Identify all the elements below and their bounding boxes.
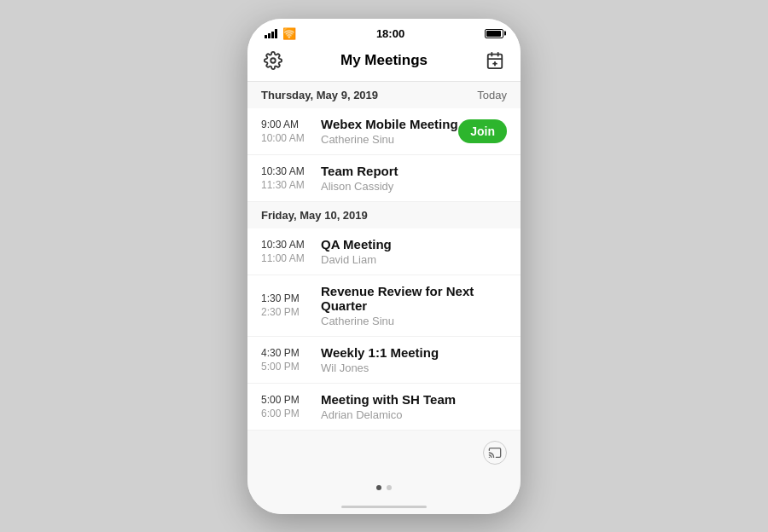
meeting-end-time: 11:00 AM bbox=[261, 252, 321, 264]
phone-frame: 🛜 18:00 My Meetings bbox=[247, 19, 521, 514]
settings-button[interactable] bbox=[261, 49, 285, 72]
meeting-times: 9:00 AM 10:00 AM bbox=[261, 119, 321, 144]
meeting-title: QA Meeting bbox=[321, 237, 507, 252]
meeting-times: 5:00 PM 6:00 PM bbox=[261, 394, 321, 419]
today-label: Today bbox=[477, 89, 507, 101]
meeting-start-time: 5:00 PM bbox=[261, 394, 321, 406]
svg-rect-1 bbox=[488, 54, 503, 67]
join-button[interactable]: Join bbox=[458, 119, 507, 143]
meeting-info: QA Meeting David Liam bbox=[321, 237, 507, 266]
signal-icon bbox=[265, 28, 277, 38]
meeting-start-time: 4:30 PM bbox=[261, 347, 321, 359]
meeting-title: Revenue Review for Next Quarter bbox=[321, 284, 507, 313]
meeting-row[interactable]: 9:00 AM 10:00 AM Webex Mobile Meeting Ca… bbox=[247, 108, 521, 155]
add-meeting-button[interactable] bbox=[483, 49, 507, 72]
status-time: 18:00 bbox=[376, 27, 404, 40]
meeting-title: Meeting with SH Team bbox=[321, 392, 507, 407]
meeting-info: Weekly 1:1 Meeting Wil Jones bbox=[321, 345, 507, 374]
meeting-end-time: 6:00 PM bbox=[261, 408, 321, 419]
meeting-info: Team Report Alison Cassidy bbox=[321, 164, 507, 193]
meeting-end-time: 5:00 PM bbox=[261, 361, 321, 373]
date-label-friday: Friday, May 10, 2019 bbox=[261, 209, 368, 222]
battery-icon bbox=[485, 29, 503, 38]
meeting-host: Adrian Delamico bbox=[321, 408, 507, 421]
meeting-row[interactable]: 1:30 PM 2:30 PM Revenue Review for Next … bbox=[247, 275, 521, 337]
status-bar: 🛜 18:00 bbox=[247, 19, 521, 45]
date-label-thursday: Thursday, May 9, 2019 bbox=[261, 89, 378, 101]
bottom-toolbar bbox=[247, 431, 521, 478]
meeting-info: Webex Mobile Meeting Catherine Sinu bbox=[321, 117, 458, 146]
meeting-info: Meeting with SH Team Adrian Delamico bbox=[321, 392, 507, 421]
cast-button[interactable] bbox=[483, 441, 507, 465]
meeting-times: 4:30 PM 5:00 PM bbox=[261, 347, 321, 373]
page-title: My Meetings bbox=[285, 52, 483, 69]
meeting-host: Catherine Sinu bbox=[321, 315, 507, 327]
app-header: My Meetings bbox=[247, 45, 521, 81]
meetings-list: Thursday, May 9, 2019 Today 9:00 AM 10:0… bbox=[247, 82, 521, 431]
meeting-row[interactable]: 10:30 AM 11:30 AM Team Report Alison Cas… bbox=[247, 155, 521, 202]
meeting-row[interactable]: 5:00 PM 6:00 PM Meeting with SH Team Adr… bbox=[247, 384, 521, 431]
meeting-row[interactable]: 4:30 PM 5:00 PM Weekly 1:1 Meeting Wil J… bbox=[247, 337, 521, 384]
meeting-start-time: 9:00 AM bbox=[261, 119, 321, 130]
svg-point-0 bbox=[271, 58, 276, 63]
status-right bbox=[485, 29, 503, 38]
meeting-times: 1:30 PM 2:30 PM bbox=[261, 292, 321, 318]
meeting-times: 10:30 AM 11:00 AM bbox=[261, 239, 321, 264]
meeting-info: Revenue Review for Next Quarter Catherin… bbox=[321, 284, 507, 327]
date-section-friday: Friday, May 10, 2019 bbox=[247, 202, 521, 228]
page-dot-1 bbox=[376, 485, 381, 490]
meeting-host: David Liam bbox=[321, 253, 507, 266]
meeting-host: Catherine Sinu bbox=[321, 133, 458, 146]
meeting-host: Alison Cassidy bbox=[321, 180, 507, 193]
meeting-end-time: 2:30 PM bbox=[261, 306, 321, 318]
page-indicator bbox=[247, 478, 521, 500]
page-dot-2 bbox=[387, 485, 392, 490]
meeting-start-time: 1:30 PM bbox=[261, 292, 321, 304]
home-bar bbox=[341, 506, 427, 508]
meeting-host: Wil Jones bbox=[321, 361, 507, 374]
meeting-start-time: 10:30 AM bbox=[261, 165, 321, 177]
meeting-title: Team Report bbox=[321, 164, 507, 178]
home-indicator bbox=[247, 500, 521, 514]
wifi-icon: 🛜 bbox=[282, 27, 296, 40]
meeting-title: Webex Mobile Meeting bbox=[321, 117, 458, 131]
date-section-thursday: Thursday, May 9, 2019 Today bbox=[247, 82, 521, 108]
meeting-row[interactable]: 10:30 AM 11:00 AM QA Meeting David Liam bbox=[247, 228, 521, 275]
meeting-start-time: 10:30 AM bbox=[261, 239, 321, 251]
meeting-end-time: 10:00 AM bbox=[261, 132, 321, 144]
meeting-end-time: 11:30 AM bbox=[261, 179, 321, 191]
status-left: 🛜 bbox=[265, 27, 296, 40]
meeting-times: 10:30 AM 11:30 AM bbox=[261, 165, 321, 191]
meeting-title: Weekly 1:1 Meeting bbox=[321, 345, 507, 360]
